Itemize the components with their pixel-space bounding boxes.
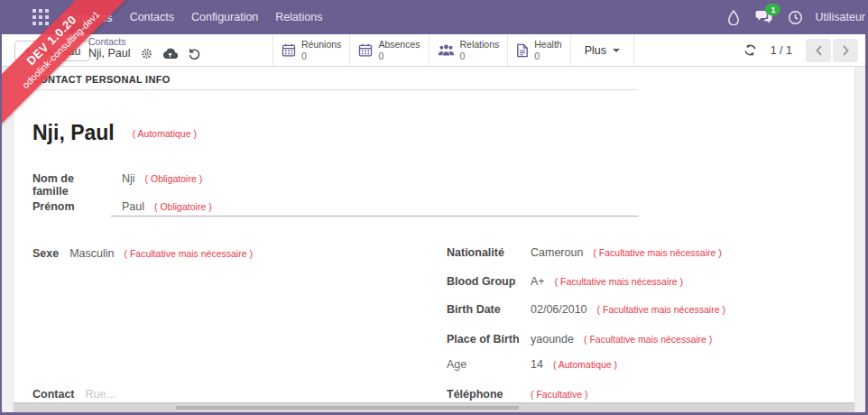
users-icon — [438, 43, 455, 57]
stat-label: Réunions — [301, 39, 341, 50]
stat-value: 0 — [301, 51, 341, 61]
stat-button-relations[interactable]: Relations 0 — [429, 34, 508, 66]
field-nationality: Nationalité Cameroun ( Facultative mais … — [447, 246, 722, 259]
menu-configuration[interactable]: Configuration — [191, 11, 258, 23]
record-title-row: Nji, Paul ( Automatique ) — [32, 121, 197, 145]
calendar-icon — [282, 43, 296, 57]
pager: 1 / 1 — [743, 34, 858, 66]
clipped-next-section — [14, 402, 854, 412]
field-label: Age — [447, 358, 522, 371]
stat-button-reunions[interactable]: Réunions 0 — [272, 34, 349, 66]
section-divider — [32, 89, 639, 90]
more-button-label: Plus — [585, 44, 606, 57]
document-icon — [516, 43, 529, 58]
undo-icon[interactable] — [188, 47, 200, 60]
menu-contacts[interactable]: Contacts — [130, 11, 174, 23]
apps-grid-icon[interactable] — [32, 9, 49, 25]
new-button-label: Nouveau — [35, 45, 80, 58]
field-label: Nationalité — [447, 246, 522, 259]
field-blood-group: Blood Group A+ ( Facultative mais nécess… — [447, 275, 683, 288]
street-input[interactable]: Rue... — [86, 388, 115, 401]
control-panel: + Nouveau Contacts Nji, Paul — [2, 34, 865, 67]
stat-value: 0 — [534, 51, 561, 61]
field-note: ( Obligatoire ) — [154, 201, 212, 212]
stat-value: 0 — [460, 51, 500, 61]
cloud-save-icon[interactable] — [162, 48, 178, 60]
field-label: Nom de famille — [32, 172, 111, 198]
field-birth-date: Birth Date 02/06/2010 ( Facultative mais… — [447, 303, 725, 316]
birth-place-input[interactable]: yaounde — [531, 333, 574, 346]
activities-clock-icon[interactable] — [788, 10, 803, 25]
gear-icon[interactable] — [141, 48, 152, 60]
stat-label: Health — [534, 39, 561, 50]
field-sex: Sexe Masculin ( Facultative mais nécessa… — [32, 247, 253, 260]
section-title: CONTACT PERSONAL INFO — [32, 74, 171, 85]
field-note: ( Facultative mais nécessaire ) — [584, 334, 712, 345]
pager-counter: 1 / 1 — [771, 44, 792, 57]
record-title: Nji, Paul — [32, 121, 115, 145]
breadcrumb-current: Nji, Paul — [88, 47, 131, 60]
calendar-icon — [358, 43, 373, 57]
plus-icon: + — [24, 45, 31, 58]
field-label: Téléphone — [447, 388, 522, 401]
field-note: ( Automatique ) — [553, 359, 617, 370]
breadcrumb-parent[interactable]: Contacts — [88, 36, 200, 47]
top-nav-bar: Contacts Contacts Configuration Relation… — [2, 0, 865, 34]
stat-button-health[interactable]: Health 0 — [507, 34, 569, 66]
refresh-icon[interactable] — [743, 43, 757, 57]
sex-select[interactable]: Masculin — [69, 247, 114, 260]
stat-value: 0 — [378, 51, 420, 61]
menu-relations[interactable]: Relations — [275, 11, 322, 23]
field-contact-address: Contact Rue... — [32, 388, 125, 401]
new-button[interactable]: + Nouveau — [14, 41, 90, 61]
stat-label: Relations — [460, 39, 500, 50]
blood-group-input[interactable]: A+ — [531, 275, 545, 288]
birth-date-input[interactable]: 02/06/2010 — [531, 303, 587, 316]
droplet-icon[interactable] — [727, 10, 740, 25]
field-note: ( Facultative mais nécessaire ) — [597, 304, 725, 315]
age-value: 14 — [531, 358, 543, 371]
message-count-badge: 1 — [765, 4, 780, 15]
field-label: Sexe — [32, 247, 59, 260]
messages-icon[interactable]: 1 — [755, 10, 772, 24]
last-name-input[interactable]: Nji — [122, 172, 135, 185]
field-first-name: Prénom Paul ( Obligatoire ) — [32, 200, 212, 213]
user-menu[interactable]: Utilisateur — [815, 11, 865, 23]
app-window: Contacts Contacts Configuration Relation… — [0, 0, 868, 415]
breadcrumb: Contacts Nji, Paul — [88, 36, 200, 60]
nationality-input[interactable]: Cameroun — [531, 246, 583, 259]
pager-next-button[interactable] — [833, 39, 858, 62]
form-sheet: CONTACT PERSONAL INFO Nji, Paul ( Automa… — [13, 67, 855, 412]
first-name-input-underline — [111, 216, 639, 217]
stat-label: Absences — [378, 39, 420, 50]
app-name[interactable]: Contacts — [62, 11, 113, 24]
field-label: Blood Group — [447, 275, 522, 288]
field-phone: Téléphone ( Facultative ) — [447, 388, 588, 401]
field-note: ( Facultative mais nécessaire ) — [555, 276, 683, 287]
field-label: Prénom — [32, 200, 111, 213]
clipped-text-smudge — [176, 406, 519, 410]
field-note: ( Automatique ) — [133, 128, 197, 139]
field-label: Contact — [32, 388, 75, 401]
first-name-input[interactable]: Paul — [122, 200, 144, 213]
field-last-name: Nom de famille Nji ( Obligatoire ) — [32, 172, 202, 198]
field-label: Place of Birth — [447, 333, 522, 346]
field-note: ( Facultative mais nécessaire ) — [125, 248, 253, 259]
field-age: Age 14 ( Automatique ) — [447, 358, 617, 371]
field-label: Birth Date — [447, 303, 522, 316]
field-note: ( Facultative ) — [531, 389, 588, 400]
stat-button-group: Réunions 0 Absences 0 Relations — [272, 34, 634, 66]
field-note: ( Facultative mais nécessaire ) — [593, 247, 721, 258]
pager-previous-button[interactable] — [806, 39, 831, 62]
stat-button-absences[interactable]: Absences 0 — [349, 34, 428, 66]
field-birth-place: Place of Birth yaounde ( Facultative mai… — [447, 333, 712, 346]
more-button[interactable]: Plus — [570, 34, 634, 66]
chevron-down-icon — [613, 49, 620, 52]
field-note: ( Obligatoire ) — [145, 173, 203, 184]
